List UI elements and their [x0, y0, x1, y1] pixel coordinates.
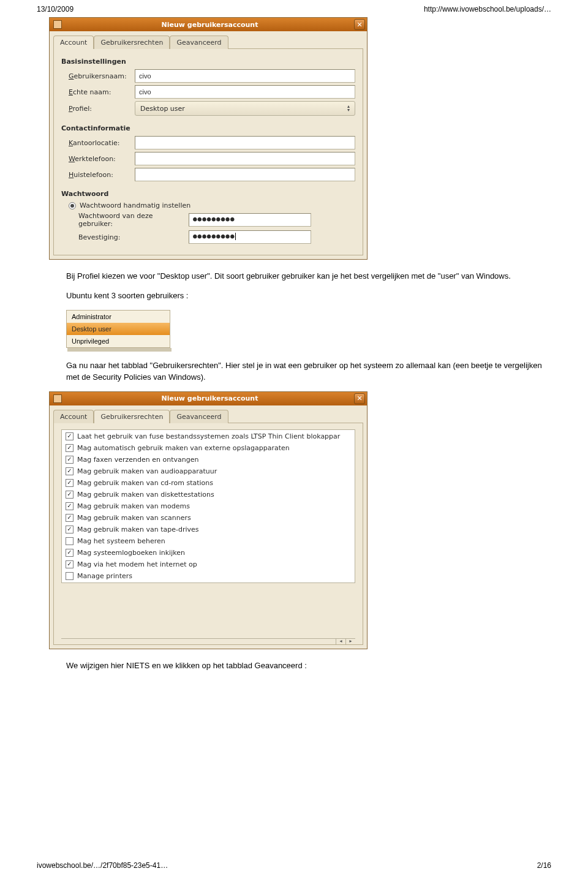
tab-account[interactable]: Account: [53, 410, 94, 423]
window-user-rights: Nieuw gebruikersaccount ✕ Account Gebrui…: [49, 391, 368, 649]
tab-geavanceerd[interactable]: Geavanceerd: [170, 410, 228, 423]
rights-item-label: Mag het systeem beheren: [77, 537, 165, 545]
rights-item[interactable]: Mag via het modem het internet op: [62, 559, 355, 570]
label-echtenaam: Echte naam:: [61, 88, 135, 96]
rights-item-label: Laat het gebruik van fuse bestandssystem…: [77, 432, 340, 440]
checkbox-icon[interactable]: [66, 560, 74, 568]
rights-item-label: Mag automatisch gebruik maken van extern…: [77, 444, 290, 452]
section-wachtwoord: Wachtwoord: [61, 190, 355, 198]
label-werktelefoon: Werktelefoon:: [61, 155, 135, 163]
rights-item[interactable]: Mag gebruik maken van audioapparatuur: [62, 466, 355, 477]
rights-checklist: Laat het gebruik van fuse bestandssystem…: [61, 429, 355, 583]
scroll-left-icon[interactable]: ◂: [336, 638, 345, 644]
rights-item[interactable]: Mag gebruik maken van diskettestations: [62, 489, 355, 500]
window-new-user-account: Nieuw gebruikersaccount ✕ Account Gebrui…: [49, 17, 368, 260]
checkbox-icon[interactable]: [66, 479, 74, 487]
input-gebruikersnaam[interactable]: [135, 69, 355, 83]
profile-popup: Administrator Desktop user Unprivileged: [66, 310, 170, 348]
section-basisinstellingen: Basisinstellingen: [61, 58, 355, 66]
print-date: 13/10/2009: [37, 5, 74, 13]
tabs: Account Gebruikersrechten Geavanceerd: [50, 405, 367, 423]
tabs: Account Gebruikersrechten Geavanceerd: [50, 31, 367, 48]
footer-path: ivowebschool.be/…/2f70bf85-23e5-41…: [37, 861, 168, 870]
titlebar[interactable]: Nieuw gebruikersaccount ✕: [50, 18, 367, 31]
combo-profiel-value: Desktop user: [140, 105, 185, 113]
rights-item-label: Mag gebruik maken van diskettestations: [77, 491, 214, 499]
input-echtenaam[interactable]: [135, 85, 355, 99]
window-title: Nieuw gebruikersaccount: [66, 21, 354, 29]
tab-panel-rights: Laat het gebruik van fuse bestandssystem…: [53, 423, 363, 645]
rights-item[interactable]: Manage printers: [62, 570, 355, 582]
tab-panel-account: Basisinstellingen Gebruikersnaam: Echte …: [53, 48, 363, 255]
tab-gebruikersrechten[interactable]: Gebruikersrechten: [94, 410, 170, 423]
rights-item[interactable]: Mag systeemlogboeken inkijken: [62, 547, 355, 559]
checkbox-icon[interactable]: [66, 537, 74, 545]
checkbox-icon[interactable]: [66, 456, 74, 464]
checkbox-icon[interactable]: [66, 444, 74, 452]
rights-item[interactable]: Mag gebruik maken van tape-drives: [62, 524, 355, 535]
checkbox-icon[interactable]: [66, 526, 74, 533]
section-contactinformatie: Contactinformatie: [61, 124, 355, 132]
tab-gebruikersrechten[interactable]: Gebruikersrechten: [94, 36, 170, 49]
scrollbar-stub[interactable]: ◂ ▸: [61, 638, 355, 644]
scroll-right-icon[interactable]: ▸: [345, 638, 355, 644]
print-url: http://www.ivowebschool.be/uploads/…: [424, 5, 551, 13]
input-kantoorlocatie[interactable]: [135, 136, 355, 149]
checkbox-icon[interactable]: [66, 502, 74, 510]
rights-item-label: Mag faxen verzenden en ontvangen: [77, 456, 198, 464]
radio-handmatig-label: Wachtwoord handmatig instellen: [80, 202, 190, 209]
rights-item[interactable]: Mag gebruik maken van modems: [62, 500, 355, 512]
checkbox-icon[interactable]: [66, 432, 74, 440]
paragraph-geavanceerd: We wijzigen hier NIETS en we klikken op …: [66, 660, 544, 671]
titlebar[interactable]: Nieuw gebruikersaccount ✕: [50, 392, 367, 405]
input-wachtwoord[interactable]: ●●●●●●●●●: [189, 213, 311, 227]
window-icon: [53, 394, 62, 403]
rights-item[interactable]: Mag faxen verzenden en ontvangen: [62, 454, 355, 466]
label-kantoorlocatie: Kantoorlocatie:: [61, 139, 135, 147]
input-werktelefoon[interactable]: [135, 152, 355, 165]
paragraph-profiel: Bij Profiel kiezen we voor "Desktop user…: [66, 271, 544, 282]
paragraph-soorten: Ubuntu kent 3 soorten gebruikers :: [66, 290, 544, 301]
rights-item[interactable]: Mag automatisch gebruik maken van extern…: [62, 442, 355, 454]
label-huistelefoon: Huistelefoon:: [61, 171, 135, 179]
radio-handmatig[interactable]: [69, 202, 76, 209]
rights-item-label: Mag gebruik maken van modems: [77, 502, 190, 510]
label-wachtwoord-gebruiker: Wachtwoord van deze gebruiker:: [78, 212, 189, 228]
spinner-icon: ▴▾: [347, 105, 350, 112]
popup-shadow: [67, 348, 172, 352]
label-bevestiging: Bevestiging:: [78, 233, 189, 241]
label-gebruikersnaam: Gebruikersnaam:: [61, 72, 135, 80]
combo-profiel[interactable]: Desktop user ▴▾: [135, 101, 355, 116]
rights-item[interactable]: Mag het systeem beheren: [62, 535, 355, 547]
label-profiel: Profiel:: [61, 105, 135, 113]
close-icon[interactable]: ✕: [354, 19, 365, 30]
rights-item-label: Mag gebruik maken van scanners: [77, 514, 191, 522]
tab-geavanceerd[interactable]: Geavanceerd: [170, 36, 228, 49]
rights-item-label: Manage printers: [77, 572, 132, 580]
rights-item[interactable]: Laat het gebruik van fuse bestandssystem…: [62, 431, 355, 442]
opt-unprivileged[interactable]: Unprivileged: [67, 335, 170, 347]
input-huistelefoon[interactable]: [135, 168, 355, 181]
window-title: Nieuw gebruikersaccount: [66, 394, 354, 402]
rights-item[interactable]: Mag gebruik maken van scanners: [62, 512, 355, 524]
input-bevestiging[interactable]: ●●●●●●●●●: [189, 230, 311, 244]
close-icon[interactable]: ✕: [354, 393, 365, 404]
checkbox-icon[interactable]: [66, 549, 74, 557]
opt-desktop-user[interactable]: Desktop user: [67, 323, 170, 335]
rights-item-label: Mag gebruik maken van audioapparatuur: [77, 467, 217, 475]
rights-item[interactable]: Mag gebruik maken van cd-rom stations: [62, 477, 355, 489]
rights-item-label: Mag systeemlogboeken inkijken: [77, 549, 185, 557]
tab-account[interactable]: Account: [53, 36, 94, 49]
rights-item-label: Mag via het modem het internet op: [77, 560, 197, 568]
paragraph-gebruikersrechten: Ga nu naar het tabblad "Gebruikersrechte…: [66, 360, 544, 382]
checkbox-icon[interactable]: [66, 491, 74, 499]
checkbox-icon[interactable]: [66, 467, 74, 475]
checkbox-icon[interactable]: [66, 514, 74, 522]
window-icon: [53, 20, 62, 29]
footer-page: 2/16: [537, 861, 551, 870]
rights-item-label: Mag gebruik maken van cd-rom stations: [77, 479, 213, 487]
rights-item-label: Mag gebruik maken van tape-drives: [77, 526, 199, 533]
opt-administrator[interactable]: Administrator: [67, 311, 170, 323]
checkbox-icon[interactable]: [66, 572, 74, 580]
